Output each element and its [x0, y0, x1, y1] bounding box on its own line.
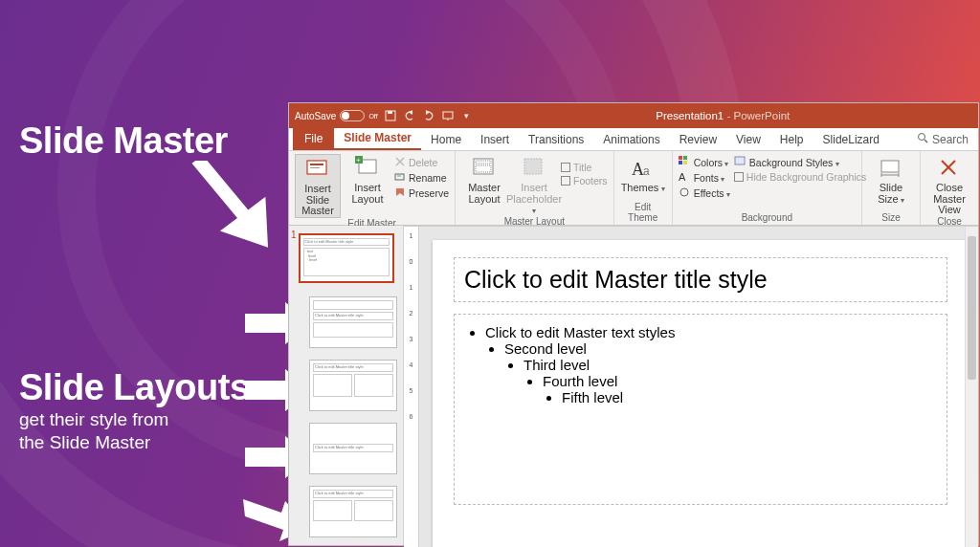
annotation-subtext: the Slide Master [19, 431, 250, 454]
autosave-toggle[interactable]: AutoSave Off [295, 110, 378, 121]
svg-rect-1 [388, 111, 392, 114]
powerpoint-window: AutoSave Off ▾ Presentation1 - PowerPoin… [289, 103, 978, 545]
preserve-icon [394, 186, 406, 200]
svg-text:+: + [356, 156, 361, 164]
ruler-tick: 3 [410, 336, 413, 342]
tab-file[interactable]: File [293, 127, 334, 150]
vertical-ruler[interactable]: 1 0 1 2 3 4 5 6 [404, 227, 419, 547]
checkbox-icon [561, 176, 570, 186]
layout-thumbnail[interactable]: Click to edit Master title style [309, 360, 397, 411]
rename-button[interactable]: Rename [394, 171, 449, 185]
body-placeholder[interactable]: Click to edit Master text styles Second … [454, 314, 947, 505]
thumbnail-pane[interactable]: 1 Click to edit Master title style · tex… [289, 226, 404, 545]
insert-slide-master-button[interactable]: Insert Slide Master [295, 154, 341, 218]
arrow-icon [180, 161, 304, 275]
preserve-button[interactable]: Preserve [394, 186, 449, 200]
svg-rect-2 [443, 112, 453, 119]
autosave-label: AutoSave [295, 111, 336, 121]
svg-rect-8 [310, 167, 320, 168]
tab-insert[interactable]: Insert [471, 129, 519, 150]
tab-view[interactable]: View [726, 129, 770, 150]
background-styles-button[interactable]: Background Styles [734, 156, 866, 169]
button-label: Delete [409, 157, 437, 168]
insert-layout-button[interactable]: + Insert Layout [345, 154, 390, 205]
layout-thumbnail[interactable]: Click to edit Master title style [309, 296, 397, 348]
title-checkbox: Title [561, 162, 608, 173]
tab-home[interactable]: Home [421, 129, 471, 150]
search-box[interactable]: Search [907, 128, 978, 150]
svg-rect-22 [679, 156, 682, 160]
search-icon [917, 132, 928, 146]
quick-access-toolbar: AutoSave Off ▾ [295, 109, 474, 122]
placeholder-icon [521, 156, 547, 181]
slide-master-canvas[interactable]: Click to edit Master title style Click t… [433, 240, 969, 547]
search-label: Search [932, 133, 969, 146]
size-icon [878, 156, 904, 181]
thumb-col: ·· [313, 500, 352, 521]
tab-help[interactable]: Help [770, 129, 813, 150]
master-layout-button[interactable]: Master Layout [461, 154, 507, 205]
text-level-4: Fourth level [543, 373, 935, 389]
svg-point-27 [680, 188, 688, 196]
tab-slidelizard[interactable]: SlideLizard [813, 129, 889, 150]
layout-thumbnail[interactable]: Click to edit Master title style [309, 423, 397, 474]
ruler-tick: 0 [410, 258, 413, 265]
button-label: Rename [409, 172, 447, 184]
tab-review[interactable]: Review [670, 129, 726, 150]
footers-checkbox: Footers [561, 175, 608, 186]
svg-rect-25 [683, 161, 687, 164]
colors-button[interactable]: Colors [679, 156, 730, 169]
layout-icon: + [354, 156, 381, 181]
effects-icon [679, 186, 691, 200]
toggle-icon [340, 110, 365, 121]
thumb-title: Click to edit Master title style [313, 363, 393, 371]
effects-button[interactable]: Effects [679, 186, 730, 200]
slide-size-button[interactable]: Slide Size [868, 154, 914, 205]
thumb-body: · text · level · level [303, 248, 390, 276]
group-label: Size [868, 212, 914, 225]
slide-master-icon [304, 157, 331, 182]
save-icon[interactable] [384, 109, 397, 122]
button-label: Close Master View [926, 183, 972, 216]
layout-thumbnail[interactable]: Click to edit Master title style ···· [309, 486, 397, 537]
tab-transitions[interactable]: Transitions [519, 129, 593, 150]
fonts-button[interactable]: A Fonts [679, 171, 730, 185]
close-master-view-button[interactable]: Close Master View [926, 154, 972, 216]
group-edit-theme: Aa Themes Edit Theme [614, 151, 673, 225]
title-placeholder[interactable]: Click to edit Master title style [454, 257, 947, 302]
thumb-title: Click to edit Master title style [313, 312, 393, 319]
checkbox-label: Hide Background Graphics [746, 171, 866, 183]
slide-master-thumbnail[interactable]: Click to edit Master title style · text … [299, 233, 394, 283]
tab-animations[interactable]: Animations [593, 129, 669, 150]
svg-rect-7 [310, 164, 323, 165]
tab-slide-master[interactable]: Slide Master [334, 127, 421, 150]
more-icon[interactable]: ▾ [460, 109, 474, 122]
group-edit-master: Insert Slide Master + Insert Layout Dele… [289, 151, 456, 225]
bg-styles-icon [734, 156, 746, 169]
delete-button: Delete [394, 156, 449, 169]
title-separator: - [724, 110, 733, 121]
svg-rect-19 [524, 159, 542, 174]
undo-icon[interactable] [403, 109, 416, 122]
themes-icon: Aa [630, 156, 657, 181]
app-name: PowerPoint [733, 110, 790, 121]
themes-button[interactable]: Aa Themes [620, 154, 666, 194]
scrollbar-handle[interactable] [968, 236, 976, 380]
button-label: Colors [694, 157, 729, 168]
layout-icon [471, 156, 498, 181]
svg-rect-29 [881, 161, 899, 172]
thumb-title: Click to edit Master title style [303, 238, 390, 246]
thumb-col: ·· [354, 500, 393, 521]
slideshow-icon[interactable] [441, 109, 455, 122]
ribbon: Insert Slide Master + Insert Layout Dele… [289, 151, 978, 226]
autosave-state: Off [368, 113, 377, 120]
thumb-line [313, 322, 393, 338]
button-label: Insert Placeholder [506, 183, 562, 216]
slide-stage[interactable]: Click to edit Master title style Click t… [419, 227, 978, 547]
thumb-col [354, 374, 393, 397]
redo-icon[interactable] [422, 109, 435, 122]
vertical-scrollbar[interactable] [965, 227, 978, 547]
thumb-title: Click to edit Master title style [313, 490, 393, 497]
text-level-2: Second level [504, 340, 935, 357]
group-close: Close Master View Close [921, 151, 978, 225]
